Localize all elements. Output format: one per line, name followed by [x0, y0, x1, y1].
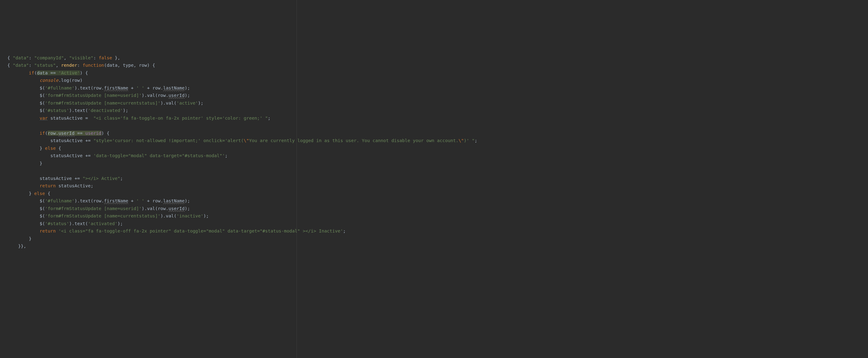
code-line: { "data": "companyId", "visible": false …: [7, 55, 120, 60]
code-line: return statusActive;: [7, 183, 93, 188]
code-line: } else {: [7, 191, 51, 196]
code-line: statusActive += "></i> Active";: [7, 176, 123, 181]
code-line: return '<i class="fa fa-toggle-off fa-2x…: [7, 229, 346, 233]
code-line: }: [7, 161, 42, 166]
code-line: }: [7, 236, 32, 241]
code-line: { "data": "status", render: function(dat…: [7, 63, 155, 68]
code-line: $('form#frmStatusUpdate [name=currentsta…: [7, 214, 209, 218]
code-editor[interactable]: { "data": "companyId", "visible": false …: [0, 46, 868, 250]
code-line: if(data == 'Active') {: [7, 70, 88, 75]
code-line: $('form#frmStatusUpdate [name=currentsta…: [7, 101, 203, 105]
code-line: var statusActive = "<i class='fa fa-togg…: [7, 116, 271, 121]
code-line: if(row.userId == userid) {: [7, 131, 110, 136]
code-line: $('#fullname').text(row.firstName + ' ' …: [7, 198, 190, 203]
code-line: statusActive += "style='cursor: not-allo…: [7, 138, 477, 143]
code-line: $('form#frmStatusUpdate [name=userid]').…: [7, 93, 190, 98]
code-line: $('form#frmStatusUpdate [name=userid]').…: [7, 206, 190, 211]
code-line: console.log(row): [7, 78, 83, 83]
code-line: } else {: [7, 146, 61, 151]
code-line: $('#fullname').text(row.firstName + ' ' …: [7, 86, 190, 90]
code-line: $('#status').text('deactivated');: [7, 108, 128, 113]
code-line: statusActive += 'data-toggle="modal" dat…: [7, 153, 227, 158]
code-line: }},: [7, 243, 26, 249]
code-line: $('#status').text('activated');: [7, 221, 123, 226]
